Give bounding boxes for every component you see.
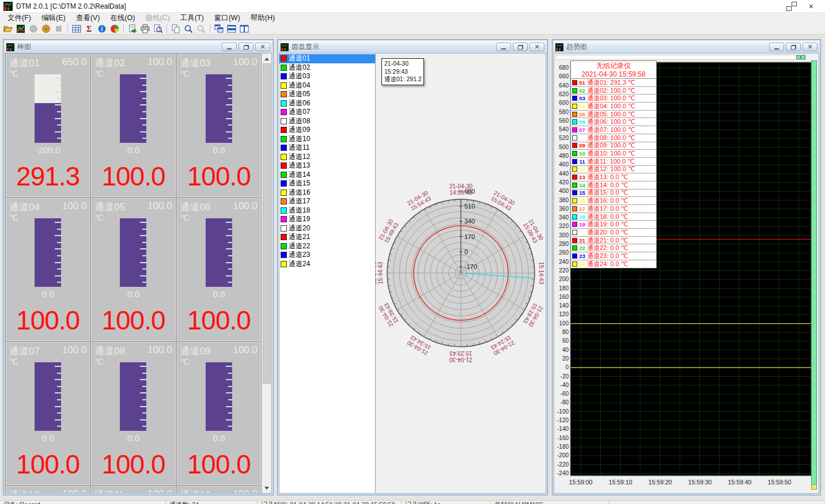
channel-color-chip bbox=[281, 65, 287, 71]
channel-name: 通道06 bbox=[180, 200, 211, 214]
unit-label: ℃ bbox=[94, 213, 104, 222]
status-field bbox=[609, 501, 825, 504]
channel-list-item[interactable]: 通道23 bbox=[279, 251, 375, 260]
disk-window-titlebar[interactable]: 圆盘显示 ✕ bbox=[279, 41, 546, 53]
range-min: 0.0 bbox=[6, 433, 89, 443]
channel-list-item[interactable]: 通道13 bbox=[279, 161, 375, 170]
scroll-down-icon[interactable] bbox=[262, 483, 271, 492]
stop-disabled-icon[interactable] bbox=[53, 24, 65, 34]
menu-item-2[interactable]: 编辑(E) bbox=[36, 13, 71, 23]
menu-item-6[interactable]: 工具(T) bbox=[175, 13, 209, 23]
range-max: 100.0 bbox=[62, 200, 87, 214]
restore-button[interactable] bbox=[239, 43, 253, 51]
print-icon[interactable] bbox=[139, 24, 151, 34]
range-min: 0.0 bbox=[177, 145, 260, 155]
export-data-icon[interactable] bbox=[127, 24, 138, 34]
data-table-icon[interactable] bbox=[71, 24, 82, 34]
channel-color-chip bbox=[281, 243, 287, 249]
channel-list-item[interactable]: 通道01 bbox=[279, 54, 375, 63]
channel-list-item[interactable]: 通道11 bbox=[279, 143, 375, 153]
restore-button[interactable] bbox=[513, 43, 528, 51]
channel-list-item[interactable]: 通道16 bbox=[279, 188, 375, 198]
app-icon bbox=[3, 2, 13, 11]
svg-text:i: i bbox=[101, 26, 103, 32]
channel-list-item[interactable]: 通道24 bbox=[279, 260, 375, 269]
channel-label: 通道21 bbox=[289, 232, 310, 242]
channel-list-item[interactable]: 通道14 bbox=[279, 170, 375, 180]
svg-text:420: 420 bbox=[559, 179, 569, 185]
tile-horizontal-icon[interactable] bbox=[226, 24, 237, 34]
pie-chart-icon[interactable] bbox=[109, 24, 120, 34]
record-icon[interactable] bbox=[40, 24, 52, 34]
trend-window-titlebar[interactable]: 趋势图 ✕ bbox=[554, 41, 819, 53]
restore-button[interactable] bbox=[786, 43, 801, 51]
copy-icon[interactable] bbox=[170, 24, 181, 34]
channel-list-item[interactable]: 通道02 bbox=[279, 63, 375, 73]
channel-list-item[interactable]: 通道10 bbox=[279, 135, 375, 144]
sigma-statistics-icon[interactable]: Σ bbox=[84, 24, 95, 34]
tile-vertical-icon[interactable] bbox=[239, 24, 250, 34]
hscroll-button[interactable] bbox=[796, 55, 801, 59]
zoom-in-icon[interactable] bbox=[183, 24, 194, 34]
channel-list-item[interactable]: 通道08 bbox=[279, 117, 375, 126]
channel-list-item[interactable]: 通道17 bbox=[279, 197, 375, 206]
close-button[interactable]: ✕ bbox=[803, 43, 818, 51]
channel-value: 100.0 bbox=[177, 449, 260, 480]
minimize-button[interactable] bbox=[496, 43, 511, 51]
menu-item-1[interactable]: 文件(F) bbox=[2, 13, 36, 23]
channel-list-item[interactable]: 通道03 bbox=[279, 72, 375, 81]
disk-window-body: 6805103401700-17021-04-3014:59:4321-04-3… bbox=[279, 53, 546, 494]
svg-text:15:59:50: 15:59:50 bbox=[768, 479, 792, 486]
hscroll-button[interactable] bbox=[801, 55, 805, 59]
close-button[interactable]: ✕ bbox=[255, 43, 270, 51]
channel-label: 通道23 bbox=[289, 250, 310, 260]
channel-color-chip bbox=[572, 190, 577, 195]
channel-list-item[interactable]: 通道05 bbox=[279, 90, 375, 99]
unit-label: ℃ bbox=[180, 69, 190, 78]
minimize-button[interactable] bbox=[769, 43, 784, 51]
horizontal-scrollbar[interactable] bbox=[555, 55, 806, 60]
close-button[interactable]: ✕ bbox=[529, 43, 544, 51]
scrollbar-thumb[interactable] bbox=[263, 63, 271, 384]
close-button[interactable]: × bbox=[809, 3, 813, 9]
minimize-button[interactable] bbox=[222, 43, 237, 51]
channel-list-item[interactable]: 通道09 bbox=[279, 126, 375, 135]
channel-list-item[interactable]: 通道07 bbox=[279, 108, 375, 117]
bar-window-titlebar[interactable]: 棒图 ✕ bbox=[5, 41, 272, 53]
svg-text:-80: -80 bbox=[561, 399, 569, 406]
svg-text:440: 440 bbox=[559, 170, 569, 177]
channel-list-item[interactable]: 通道15 bbox=[279, 179, 375, 188]
svg-text:20: 20 bbox=[562, 355, 569, 362]
svg-text:500: 500 bbox=[559, 144, 569, 150]
print-preview-icon[interactable] bbox=[152, 24, 164, 34]
channel-list-item[interactable]: 通道04 bbox=[279, 81, 375, 90]
open-file-icon[interactable] bbox=[2, 24, 14, 34]
channel-list-item[interactable]: 通道19 bbox=[279, 215, 375, 224]
svg-text:14:59:43: 14:59:43 bbox=[450, 190, 472, 196]
channel-list-item[interactable]: 通道18 bbox=[279, 206, 375, 215]
menu-item-4[interactable]: 在线(O) bbox=[105, 13, 140, 23]
scroll-up-icon[interactable] bbox=[262, 54, 271, 63]
vertical-scrollbar[interactable] bbox=[811, 60, 817, 490]
channel-list-item[interactable]: 通道06 bbox=[279, 99, 375, 108]
zoom-out-disabled-icon[interactable] bbox=[195, 24, 207, 34]
info-icon[interactable]: i bbox=[96, 24, 108, 34]
svg-text:600: 600 bbox=[559, 100, 569, 106]
cascade-windows-icon[interactable] bbox=[213, 24, 225, 34]
channel-list-item[interactable]: 通道12 bbox=[279, 153, 375, 162]
menu-item-3[interactable]: 查看(V) bbox=[71, 13, 105, 23]
vertical-scrollbar[interactable] bbox=[262, 54, 271, 493]
menu-item-8[interactable]: 帮助(H) bbox=[245, 13, 280, 23]
channel-list-item[interactable]: 通道21 bbox=[279, 233, 375, 242]
range-max: 100.0 bbox=[147, 488, 172, 494]
unit-label: ℃ bbox=[94, 69, 104, 78]
menu-item-7[interactable]: 窗口(W) bbox=[209, 13, 245, 23]
svg-text:660: 660 bbox=[559, 73, 569, 79]
bar-window-title: 棒图 bbox=[17, 42, 31, 52]
channel-list-item[interactable]: 通道22 bbox=[279, 242, 375, 251]
status-field: 记录时间: 21-04-30 14:51:39 21-04-30 15:59:5… bbox=[258, 501, 402, 504]
realtime-curve-icon[interactable] bbox=[15, 24, 27, 34]
pause-disabled-icon[interactable] bbox=[28, 24, 39, 34]
svg-text:-220: -220 bbox=[557, 461, 569, 468]
channel-list-item[interactable]: 通道20 bbox=[279, 224, 375, 233]
